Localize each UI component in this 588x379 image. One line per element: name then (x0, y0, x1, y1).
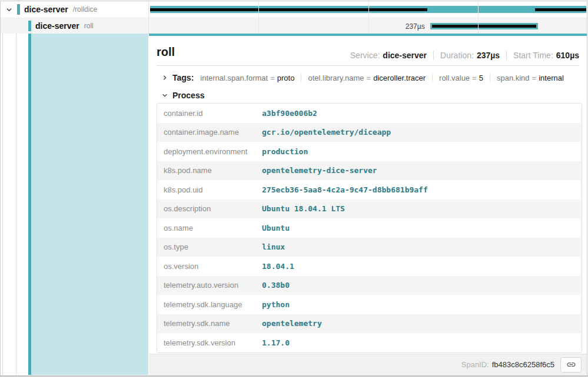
operation-name: roll (84, 22, 94, 30)
span-row-roll-selected[interactable]: dice-server roll 237µs (1, 18, 587, 34)
tag-item: otel.library.name=diceroller.tracer (308, 74, 426, 82)
jaeger-span-detail-view: dice-server /rolldice dice-server roll 2… (0, 0, 588, 379)
header-divider (157, 65, 579, 66)
span-stats: Service: dice-server Duration: 237µs Sta… (350, 51, 579, 60)
table-row: telemetry.auto.version0.38b0 (157, 276, 582, 295)
table-row: os.descriptionUbuntu 18.04.1 LTS (157, 200, 582, 219)
span-bar-overlay (432, 25, 536, 28)
spanid-value: fb483c8c6258f6c5 (492, 360, 554, 369)
service-name: dice-server (35, 21, 79, 31)
span-bar-overlay (535, 8, 586, 11)
span-color-chip (17, 4, 20, 15)
process-label: Process (172, 91, 204, 100)
timeline-gridline (368, 1, 369, 34)
tags-section-header[interactable]: Tags: internal.span.format=proto otel.li… (157, 70, 564, 85)
span-name-cell[interactable]: dice-server roll (1, 18, 148, 34)
tags-summary: internal.span.format=proto otel.library.… (200, 74, 564, 82)
span-name-cell[interactable]: dice-server /rolldice (1, 1, 148, 18)
start-time-label: Start Time: (513, 51, 553, 60)
window-border-bottom (0, 375, 588, 377)
chevron-down-icon[interactable] (161, 91, 169, 99)
span-operation-title: roll (157, 45, 175, 59)
table-row: telemetry.sdk.languagepython (157, 295, 582, 314)
table-row: telemetry.sdk.nameopentelemetry (157, 314, 582, 334)
service-value: dice-server (383, 51, 427, 60)
duration-value: 237µs (477, 51, 500, 60)
timeline-gridline (258, 1, 259, 34)
span-bar-roll[interactable] (430, 23, 538, 29)
tag-divider (301, 74, 301, 82)
span-color-chip (28, 21, 31, 31)
copy-link-button[interactable] (560, 357, 582, 373)
tag-item: internal.span.format=proto (200, 74, 294, 82)
process-kv-table: container.ida3bf90e006b2 container.image… (157, 103, 582, 353)
chevron-right-icon[interactable] (161, 74, 169, 82)
table-row: container.ida3bf90e006b2 (157, 104, 582, 123)
service-label: Service: (350, 51, 380, 60)
timeline-gridline (478, 1, 479, 34)
service-name: dice-server (24, 5, 68, 14)
tag-item: roll.value=5 (439, 74, 483, 82)
window-border-left (0, 1, 1, 377)
span-detail-footer: SpanID: fb483c8c6258f6c5 (149, 354, 587, 375)
table-row: os.nameUbuntu (157, 218, 582, 238)
start-time-value: 610µs (556, 51, 579, 60)
name-timeline-divider[interactable] (148, 1, 149, 34)
duration-label: Duration: (440, 51, 474, 60)
timeline-cell[interactable]: 237µs (149, 18, 587, 34)
window-border-right (587, 1, 587, 377)
table-row: k8s.pod.nameopentelemetry-dice-server (157, 161, 582, 181)
operation-name: /rolldice (73, 5, 97, 14)
table-row: container.image.namegcr.io/opentelemetry… (157, 123, 582, 142)
tag-item: span.kind=internal (497, 74, 564, 82)
tree-indent-guide (16, 34, 16, 375)
detail-accent-border (149, 34, 587, 36)
span-detail-panel: roll Service: dice-server Duration: 237µ… (149, 34, 587, 375)
table-row: os.typelinux (157, 238, 582, 257)
table-row: deployment.environmentproduction (157, 142, 582, 161)
tags-label: Tags: (172, 73, 194, 82)
process-section-header[interactable]: Process (157, 89, 204, 102)
stat-divider (433, 51, 434, 60)
selected-span-highlight (31, 34, 148, 375)
span-bar-overlay (150, 8, 427, 11)
span-row-rolldice[interactable]: dice-server /rolldice (1, 1, 587, 18)
tree-indent-guide (2, 34, 3, 375)
stat-divider (506, 51, 507, 60)
table-row: telemetry.sdk.version1.17.0 (157, 333, 582, 353)
table-row: k8s.pod.uid275ecb36-5aa8-4c2a-9c47-d8bb6… (157, 180, 582, 200)
link-icon (566, 360, 576, 370)
tag-divider (432, 74, 433, 82)
timeline-cell[interactable] (149, 1, 587, 18)
table-row: os.version18.04.1 (157, 257, 582, 276)
spanid-label: SpanID: (461, 360, 489, 369)
span-duration-label: 237µs (406, 22, 425, 31)
tag-divider (490, 74, 490, 82)
chevron-down-icon[interactable] (5, 5, 13, 14)
